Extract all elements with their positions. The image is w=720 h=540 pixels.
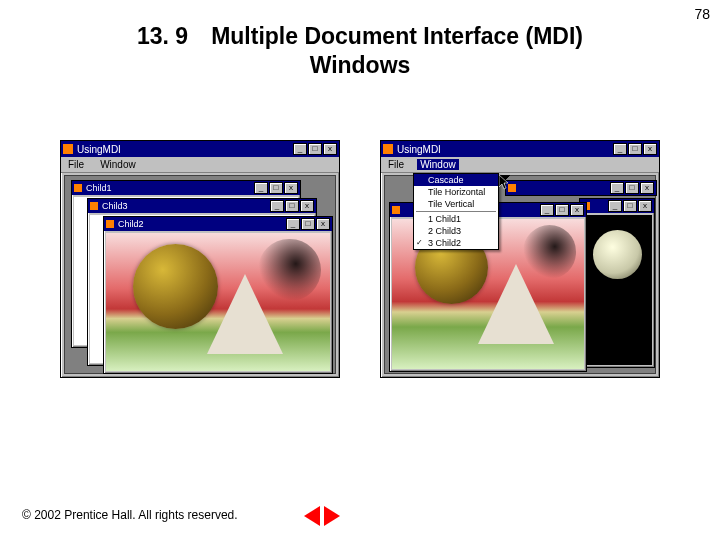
parent-titlebar[interactable]: UsingMDI _ □ x [61,141,339,157]
cursor-icon [499,175,511,191]
childb-max[interactable]: □ [623,200,637,212]
childp-min[interactable]: _ [610,182,624,194]
menu-child-3-checked[interactable]: 3 Child2 [414,237,498,249]
menu-separator [416,211,496,212]
screenshot-left: UsingMDI _ □ x File Window Child1 _ [60,140,340,380]
menubar-2: File Window [381,157,659,173]
child-icon [90,202,98,210]
title-line-2: Windows [310,52,411,78]
moon-shape [593,230,642,279]
planet-shape [133,244,218,329]
child1-min[interactable]: _ [254,182,268,194]
child2-close[interactable]: x [316,218,330,230]
menu-window[interactable]: Window [97,159,139,170]
window-menu-dropdown: Cascade Tile Horizontal Tile Vertical 1 … [413,173,499,250]
child3-min[interactable]: _ [270,200,284,212]
menu-file-2[interactable]: File [385,159,407,170]
prev-slide-icon[interactable] [304,506,320,526]
child3-max[interactable]: □ [285,200,299,212]
close-button[interactable]: x [323,143,337,155]
menu-cascade[interactable]: Cascade [414,174,498,186]
dark-orb-shape [258,239,321,302]
menu-file[interactable]: File [65,159,87,170]
child3-title: Child3 [102,201,266,211]
copyright-footer: © 2002 Prentice Hall. All rights reserve… [22,508,238,522]
dark-orb-shape [523,225,577,279]
child1-close[interactable]: x [284,182,298,194]
childp-close[interactable]: x [640,182,654,194]
childb-min[interactable]: _ [608,200,622,212]
child-window-peek[interactable]: _ □ x [505,180,657,196]
menu-window-open[interactable]: Window [417,159,459,170]
title-line-1: 13. 9 Multiple Document Interface (MDI) [137,23,583,49]
parent-title-label-2: UsingMDI [397,144,609,155]
child1-max[interactable]: □ [269,182,283,194]
child2-title: Child2 [118,219,282,229]
slide-title: 13. 9 Multiple Document Interface (MDI) … [0,22,720,80]
slide-nav [304,506,340,526]
maximize-button[interactable]: □ [308,143,322,155]
next-slide-icon[interactable] [324,506,340,526]
scene-image [106,233,330,371]
childb-close[interactable]: x [638,200,652,212]
svg-marker-0 [499,175,508,189]
child-window-2[interactable]: Child2 _ □ x [103,216,333,374]
childf-min[interactable]: _ [540,204,554,216]
child-icon [392,206,400,214]
childb-titlebar[interactable]: _ □ x [580,199,654,213]
childb-content [582,215,652,365]
child3-titlebar[interactable]: Child3 _ □ x [88,199,316,213]
mdi-parent-window-2: UsingMDI _ □ x File Window [380,140,660,378]
menu-tile-horizontal[interactable]: Tile Horizontal [414,186,498,198]
child2-min[interactable]: _ [286,218,300,230]
child2-content [106,233,330,371]
menu-child-2[interactable]: 2 Child3 [414,225,498,237]
minimize-button[interactable]: _ [293,143,307,155]
child-icon [106,220,114,228]
moon-scene [582,215,652,365]
child1-title: Child1 [86,183,250,193]
childp-max[interactable]: □ [625,182,639,194]
close-button[interactable]: x [643,143,657,155]
maximize-button[interactable]: □ [628,143,642,155]
menubar: File Window [61,157,339,173]
minimize-button[interactable]: _ [613,143,627,155]
window-buttons: _ □ x [293,143,337,155]
menu-child-1[interactable]: 1 Child1 [414,213,498,225]
mdi-parent-window: UsingMDI _ □ x File Window Child1 _ [60,140,340,378]
parent-title-label: UsingMDI [77,144,289,155]
child1-titlebar[interactable]: Child1 _ □ x [72,181,300,195]
app-icon [383,144,393,154]
child-window-back[interactable]: _ □ x [579,198,655,368]
childp-titlebar[interactable]: _ □ x [506,181,656,195]
page-number: 78 [694,6,710,22]
screenshot-right: UsingMDI _ □ x File Window [380,140,660,380]
parent-titlebar-2[interactable]: UsingMDI _ □ x [381,141,659,157]
child3-close[interactable]: x [300,200,314,212]
menu-tile-vertical[interactable]: Tile Vertical [414,198,498,210]
child2-titlebar[interactable]: Child2 _ □ x [104,217,332,231]
childf-close[interactable]: x [570,204,584,216]
childf-max[interactable]: □ [555,204,569,216]
child-icon [74,184,82,192]
child2-max[interactable]: □ [301,218,315,230]
app-icon [63,144,73,154]
mdi-client-area: Child1 _ □ x Child3 _ [64,175,336,374]
